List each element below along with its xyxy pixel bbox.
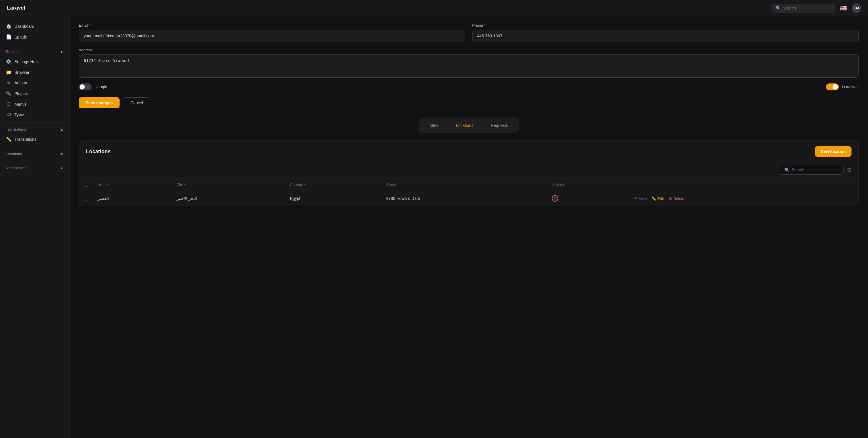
- toggle-row: Is login Is active*: [79, 83, 859, 90]
- trash-icon: 🗑: [669, 196, 672, 201]
- translations-section-header[interactable]: Translations ▲: [0, 125, 69, 134]
- chevron-up-icon: ▲: [60, 50, 63, 54]
- phone-input[interactable]: [472, 30, 859, 42]
- search-icon-locations: 🔍: [784, 168, 789, 172]
- user-avatar[interactable]: FM: [852, 3, 861, 13]
- locations-section-header[interactable]: Locations ▼: [0, 149, 69, 158]
- locations-search-bar[interactable]: 🔍: [780, 165, 844, 175]
- sidebar-item-artisan-label: Artisan: [14, 81, 27, 85]
- translations-section-label: Translations: [6, 127, 26, 132]
- is-login-label: Is login: [94, 85, 107, 89]
- sidebar: 🏠 Dashboard 📄 Splade Settings ▲ ⚙️ Setti…: [0, 16, 69, 438]
- locations-search-input[interactable]: [792, 168, 839, 172]
- edit-action[interactable]: ✏️ Edit: [651, 196, 663, 201]
- phone-group: Phone*: [472, 23, 859, 42]
- locations-title: Locations: [86, 149, 111, 155]
- tab-requests[interactable]: Requests: [483, 120, 516, 130]
- th-actions: [629, 178, 859, 191]
- delete-label: Delete: [674, 196, 684, 201]
- td-is-main: ✕: [547, 191, 629, 206]
- th-area-sort[interactable]: Area ▾: [98, 182, 167, 187]
- td-area: القصير: [93, 191, 172, 206]
- sidebar-item-menus[interactable]: ☰ Menus: [0, 99, 69, 110]
- sidebar-item-menus-label: Menus: [14, 102, 27, 107]
- sidebar-item-browser-label: Browser: [14, 70, 29, 75]
- sidebar-main-section: 🏠 Dashboard 📄 Splade: [0, 21, 69, 42]
- view-icon: 👁: [634, 196, 638, 201]
- folder-icon: 📁: [6, 69, 11, 75]
- notifications-section-label: Notifications: [6, 166, 26, 170]
- sidebar-item-plugins[interactable]: 🔌 Plugins: [0, 88, 69, 99]
- notifications-section-header[interactable]: Notifications ▲: [0, 164, 69, 172]
- th-city-sort[interactable]: City ▾: [177, 182, 281, 187]
- row-actions: 👁 View ✏️ Edit 🗑: [634, 196, 854, 201]
- chevron-up-icon-translations: ▲: [60, 127, 63, 132]
- email-group: Email*: [79, 23, 465, 42]
- is-active-toggle[interactable]: [826, 83, 839, 90]
- sidebar-item-artisan[interactable]: 🖥 Artisan: [0, 78, 69, 88]
- home-icon: 🏠: [6, 24, 11, 29]
- sort-icon-area: ▾: [106, 183, 108, 186]
- th-is-main: Is Main: [547, 178, 629, 191]
- terminal-icon: 🖥: [6, 80, 11, 85]
- grid-view-icon[interactable]: ⊞: [847, 167, 851, 173]
- sidebar-item-translations[interactable]: ✏️ Translations: [0, 134, 69, 145]
- chevron-up-icon-notifications: ▲: [60, 166, 63, 170]
- is-active-required-star: *: [857, 85, 859, 89]
- global-search-input[interactable]: [783, 6, 831, 10]
- menu-icon: ☰: [6, 101, 11, 107]
- sidebar-item-dashboard[interactable]: 🏠 Dashboard: [0, 21, 69, 32]
- settings-section-header[interactable]: Settings ▲: [0, 47, 69, 56]
- cancel-button[interactable]: Cancel: [123, 97, 150, 108]
- file-icon: 📄: [6, 34, 11, 40]
- td-country: Egypt: [285, 191, 381, 206]
- sidebar-settings-section: Settings ▲ ⚙️ Settings Hub 📁 Browser 🖥 A…: [0, 47, 69, 120]
- view-action[interactable]: 👁 View: [634, 196, 647, 201]
- save-button[interactable]: Save changes: [79, 97, 120, 108]
- topnav-right: 🔍 🇺🇸 FM: [772, 3, 861, 13]
- sidebar-translations-section: Translations ▲ ✏️ Translations: [0, 125, 69, 145]
- td-checkbox: [79, 191, 93, 206]
- view-label: View: [639, 196, 647, 201]
- sort-icon-country: ▾: [304, 183, 306, 186]
- sidebar-item-browser[interactable]: 📁 Browser: [0, 67, 69, 78]
- sidebar-locations-section: Locations ▼: [0, 149, 69, 158]
- plugin-icon: 🔌: [6, 91, 11, 96]
- settings-section-label: Settings: [6, 50, 20, 54]
- locations-header: Locations New location: [79, 141, 859, 163]
- flag-icon: 🇺🇸: [840, 5, 847, 11]
- th-country-sort[interactable]: Country ▾: [290, 182, 377, 187]
- new-location-button[interactable]: New location: [815, 146, 851, 157]
- tabs-container: Meta Locations Requests: [419, 118, 519, 133]
- sidebar-item-dashboard-label: Dashboard: [14, 24, 34, 29]
- global-search-bar[interactable]: 🔍: [772, 4, 835, 12]
- email-phone-row: Email* Phone*: [79, 23, 859, 42]
- address-input[interactable]: 61734 Emard Viaduct: [79, 55, 859, 78]
- tab-locations[interactable]: Locations: [448, 120, 482, 130]
- is-main-false-icon: ✕: [552, 195, 558, 202]
- row-checkbox[interactable]: [84, 196, 88, 201]
- td-row-actions: 👁 View ✏️ Edit 🗑: [629, 191, 859, 206]
- sidebar-item-splade-label: Splade: [14, 35, 27, 39]
- th-checkbox: [79, 178, 93, 191]
- table-row: القصير البحر الأحمر Egypt 9780 Howard Da…: [79, 191, 859, 206]
- sidebar-item-settings-hub-label: Settings Hub: [14, 59, 38, 64]
- td-city: البحر الأحمر: [172, 191, 285, 206]
- email-input[interactable]: [79, 30, 465, 42]
- email-label: Email*: [79, 23, 465, 28]
- select-all-checkbox[interactable]: [84, 182, 88, 186]
- is-login-toggle[interactable]: [79, 83, 92, 90]
- sidebar-item-types[interactable]: 🏷 Types: [0, 110, 69, 120]
- td-street: 9780 Howard Dam: [381, 191, 547, 206]
- sidebar-item-plugins-label: Plugins: [14, 91, 28, 96]
- tab-meta[interactable]: Meta: [422, 120, 447, 130]
- is-active-thumb: [833, 84, 838, 89]
- email-required-star: *: [89, 23, 90, 28]
- th-city: City ▾: [172, 178, 285, 191]
- locations-table: Area ▾ City ▾: [79, 178, 859, 206]
- sidebar-item-settings-hub[interactable]: ⚙️ Settings Hub: [0, 56, 69, 67]
- delete-action[interactable]: 🗑 Delete: [669, 196, 684, 201]
- phone-required-star: *: [484, 23, 485, 28]
- phone-label: Phone*: [472, 23, 859, 28]
- sidebar-item-splade[interactable]: 📄 Splade: [0, 32, 69, 42]
